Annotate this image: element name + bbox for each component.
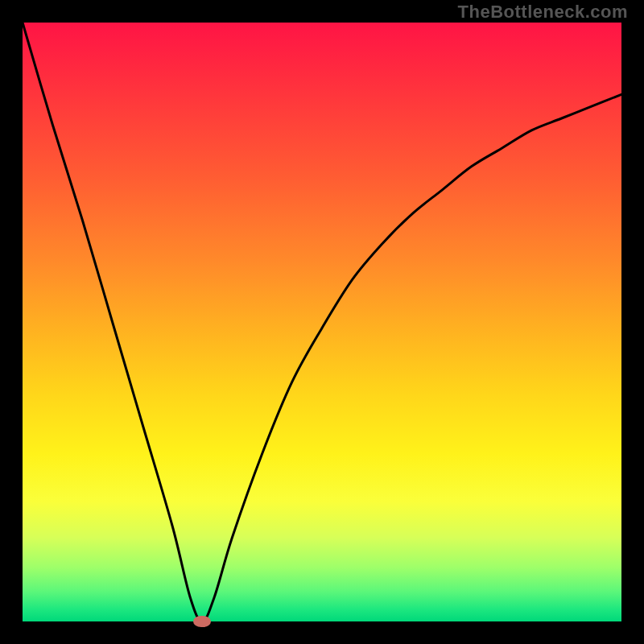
chart-container: TheBottleneck.com (0, 0, 644, 644)
bottleneck-curve-path (23, 23, 621, 621)
optimal-point-marker (193, 616, 211, 627)
plot-area (23, 23, 621, 621)
curve-svg (23, 23, 621, 621)
watermark-text: TheBottleneck.com (458, 2, 628, 23)
